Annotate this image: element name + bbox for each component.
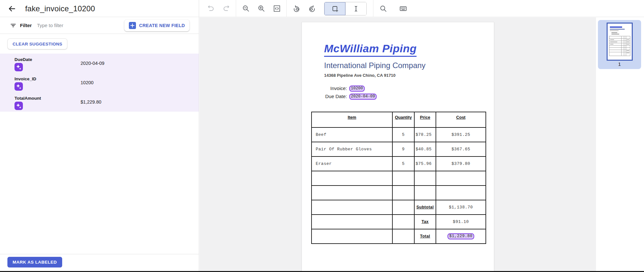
summary-label: Total xyxy=(420,234,430,238)
line-item-row: Eraser5$75.96$379.80 xyxy=(312,156,486,171)
page-thumbnail[interactable] xyxy=(607,23,633,61)
line-item-cell: 5 xyxy=(392,127,414,142)
viewer-toolbar xyxy=(203,0,411,17)
field-value: 10200 xyxy=(81,80,93,85)
invoice-header: McWilliam Piping International Piping Co… xyxy=(324,42,426,78)
invoice-line-items-table: ItemQuantityPriceCost Beef5$78.25$391.25… xyxy=(311,112,486,244)
line-item-row: Beef5$78.25$391.25 xyxy=(312,127,486,142)
field-value: $1,229.80 xyxy=(81,99,101,105)
zoom-in-icon[interactable] xyxy=(254,0,269,17)
summary-value-cell: $1,229.80 xyxy=(436,229,486,244)
ai-suggestion-icon xyxy=(14,63,23,71)
line-item-cell xyxy=(392,186,414,200)
search-icon[interactable] xyxy=(375,0,391,17)
summary-label-cell: Tax xyxy=(414,215,436,229)
summary-label-cell: Total xyxy=(414,229,436,244)
empty-cell xyxy=(392,215,414,229)
suggested-field-row[interactable]: DueDate 2020-04-09 xyxy=(0,54,199,73)
summary-label: Subtotal xyxy=(417,205,434,209)
back-arrow-icon[interactable] xyxy=(8,5,16,13)
summary-value-cell: $91.10 xyxy=(436,215,486,229)
line-item-cell: 5 xyxy=(392,156,414,171)
table-header-item: Item xyxy=(312,112,392,127)
total-amount-annotation[interactable]: $1,229.80 xyxy=(447,233,474,239)
line-item-cell xyxy=(436,171,486,186)
summary-row: Total$1,229.80 xyxy=(312,229,486,244)
line-item-cell xyxy=(392,171,414,186)
table-header-price: Price xyxy=(414,112,436,127)
keyboard-icon[interactable] xyxy=(395,0,411,17)
undo-icon[interactable] xyxy=(203,0,218,17)
company-name: McWilliam Piping xyxy=(324,42,417,57)
mark-as-labeled-button[interactable]: MARK AS LABELED xyxy=(7,257,62,267)
top-bar-left: fake_invoice_10200 xyxy=(0,0,199,17)
due-date-annotation[interactable]: 2020-04-09 xyxy=(349,94,377,100)
rotate-left-icon[interactable] xyxy=(289,0,304,17)
filter-row: Filter CREATE NEW FIELD xyxy=(0,17,199,34)
create-new-field-label: CREATE NEW FIELD xyxy=(139,23,185,28)
select-text-icon[interactable] xyxy=(345,2,366,15)
empty-cell xyxy=(392,200,414,215)
line-item-cell: $379.80 xyxy=(436,156,486,171)
zoom-out-icon[interactable] xyxy=(238,0,254,17)
invoice-meta: Invoice: 10200 Due Date: 2020-04-09 xyxy=(302,85,377,100)
empty-cell xyxy=(312,215,392,229)
redo-icon[interactable] xyxy=(218,0,234,17)
toolbar-separator xyxy=(286,0,287,17)
ai-suggestion-icon xyxy=(14,102,23,110)
line-item-cell: $75.96 xyxy=(414,156,436,171)
empty-cell xyxy=(312,229,392,244)
document-canvas[interactable]: McWilliam Piping International Piping Co… xyxy=(199,17,596,272)
toolbar-separator xyxy=(236,0,236,17)
company-subtitle: International Piping Company xyxy=(324,61,426,70)
summary-row: Tax$91.10 xyxy=(312,215,486,229)
fields-sidebar: Filter CREATE NEW FIELD CLEAR SUGGESTION… xyxy=(0,17,199,271)
filter-label: Filter xyxy=(20,23,32,28)
document-title: fake_invoice_10200 xyxy=(25,4,95,13)
rotate-right-icon[interactable] xyxy=(304,0,320,17)
line-item-cell xyxy=(414,186,436,200)
field-value: 2020-04-09 xyxy=(81,61,104,66)
summary-row: Subtotal$1,138.70 xyxy=(312,200,486,215)
suggested-field-row[interactable]: TotalAmount $1,229.80 xyxy=(0,92,199,112)
draw-bounding-box-icon[interactable] xyxy=(324,2,345,15)
due-date-label: Due Date: xyxy=(325,94,347,99)
line-item-cell: $40.85 xyxy=(414,142,436,156)
line-item-cell: $391.25 xyxy=(436,127,486,142)
field-name: TotalAmount xyxy=(14,96,199,101)
field-name: Invoice_ID xyxy=(14,76,199,81)
line-item-cell xyxy=(312,171,392,186)
page-thumbnail-selected[interactable]: 1 xyxy=(598,20,641,69)
suggested-fields-list: DueDate 2020-04-09 Invoice_ID 10200 Tota… xyxy=(0,54,199,112)
fit-to-width-icon[interactable] xyxy=(269,0,284,17)
table-header-cost: Cost xyxy=(436,112,486,127)
clear-suggestions-button[interactable]: CLEAR SUGGESTIONS xyxy=(7,38,67,49)
document-labeling-app: fake_invoice_10200 xyxy=(0,0,644,272)
filter-input[interactable] xyxy=(37,23,114,28)
summary-label: Tax xyxy=(421,219,428,224)
invoice-page[interactable]: McWilliam Piping International Piping Co… xyxy=(302,22,494,272)
annotation-tool-group xyxy=(324,2,367,15)
line-item-cell: 9 xyxy=(392,142,414,156)
invoice-number-label: Invoice: xyxy=(330,86,347,91)
sidebar-footer: MARK AS LABELED xyxy=(0,254,199,270)
create-new-field-button[interactable]: CREATE NEW FIELD xyxy=(124,20,189,31)
line-item-row xyxy=(312,186,486,200)
line-item-row xyxy=(312,171,486,186)
line-item-cell: Pair Of Rubber Gloves xyxy=(312,142,392,156)
line-item-cell: $78.25 xyxy=(414,127,436,142)
plus-icon xyxy=(129,22,136,29)
table-header-quantity: Quantity xyxy=(392,112,414,127)
ai-suggestion-icon xyxy=(14,82,23,91)
field-name: DueDate xyxy=(14,57,199,62)
summary-value-cell: $1,138.70 xyxy=(436,200,486,215)
line-item-cell xyxy=(312,186,392,200)
line-item-cell xyxy=(436,186,486,200)
empty-cell xyxy=(312,200,392,215)
invoice-number-annotation[interactable]: 10200 xyxy=(349,86,365,92)
line-item-cell: $367.65 xyxy=(436,142,486,156)
toolbar-separator xyxy=(373,0,373,17)
top-bar: fake_invoice_10200 xyxy=(0,0,644,17)
line-item-cell: Eraser xyxy=(312,156,392,171)
suggested-field-row[interactable]: Invoice_ID 10200 xyxy=(0,73,199,92)
